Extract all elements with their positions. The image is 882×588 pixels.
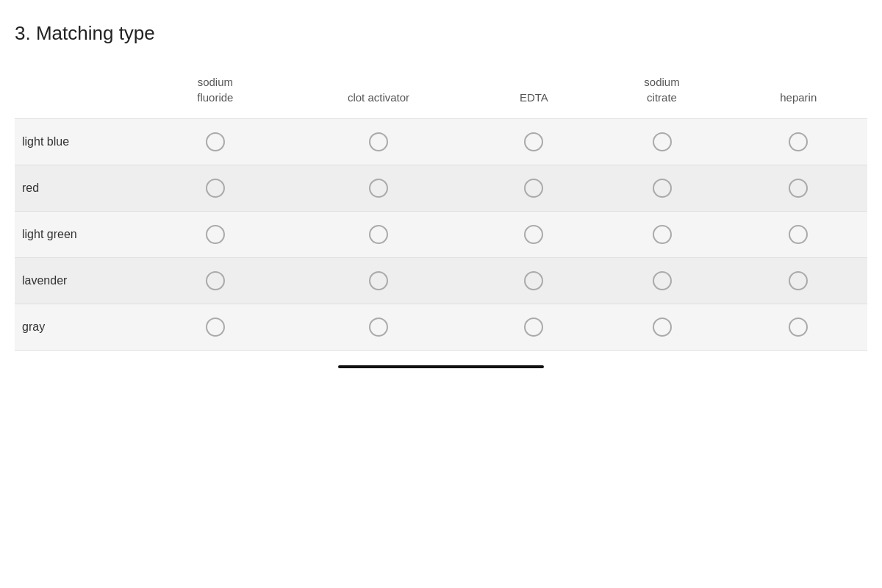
cell-red-sodium-citrate[interactable] [595,165,730,212]
radio-light-green-heparin[interactable] [789,225,808,244]
cell-gray-sodium-citrate[interactable] [595,304,730,351]
radio-light-blue-edta[interactable] [524,132,543,151]
table-row: gray [15,304,867,351]
cell-light-green-sodium-fluoride[interactable] [147,212,284,258]
col-header-heparin: heparin [730,67,868,119]
table-row: red [15,165,867,212]
radio-lavender-sodium-fluoride[interactable] [206,271,225,290]
matching-table: sodiumfluoride clot activator EDTA sodiu… [15,67,867,351]
table-header-row: sodiumfluoride clot activator EDTA sodiu… [15,67,867,119]
col-header-label [15,67,147,119]
radio-light-blue-sodium-citrate[interactable] [653,132,672,151]
table-row: light blue [15,119,867,165]
cell-gray-heparin[interactable] [730,304,868,351]
radio-light-green-clot-activator[interactable] [369,225,388,244]
cell-light-green-edta[interactable] [473,212,594,258]
radio-light-green-edta[interactable] [524,225,543,244]
col-header-clot-activator: clot activator [284,67,474,119]
radio-light-green-sodium-fluoride[interactable] [206,225,225,244]
radio-light-blue-sodium-fluoride[interactable] [206,132,225,151]
cell-gray-clot-activator[interactable] [284,304,474,351]
table-row: light green [15,212,867,258]
cell-light-green-sodium-citrate[interactable] [595,212,730,258]
cell-red-heparin[interactable] [730,165,868,212]
cell-gray-sodium-fluoride[interactable] [147,304,284,351]
radio-light-blue-heparin[interactable] [789,132,808,151]
row-label-gray: gray [15,304,147,351]
col-header-edta: EDTA [473,67,594,119]
radio-lavender-edta[interactable] [524,271,543,290]
col-header-sodium-citrate: sodiumcitrate [595,67,730,119]
cell-lavender-heparin[interactable] [730,258,868,304]
radio-red-sodium-fluoride[interactable] [206,179,225,198]
radio-gray-sodium-fluoride[interactable] [206,318,225,337]
radio-lavender-clot-activator[interactable] [369,271,388,290]
col-header-sodium-fluoride: sodiumfluoride [147,67,284,119]
cell-red-clot-activator[interactable] [284,165,474,212]
radio-red-edta[interactable] [524,179,543,198]
radio-gray-heparin[interactable] [789,318,808,337]
radio-light-blue-clot-activator[interactable] [369,132,388,151]
cell-light-blue-heparin[interactable] [730,119,868,165]
radio-gray-sodium-citrate[interactable] [653,318,672,337]
row-label-red: red [15,165,147,212]
cell-lavender-sodium-fluoride[interactable] [147,258,284,304]
radio-lavender-heparin[interactable] [789,271,808,290]
table-row: lavender [15,258,867,304]
cell-light-blue-clot-activator[interactable] [284,119,474,165]
cell-lavender-edta[interactable] [473,258,594,304]
radio-lavender-sodium-citrate[interactable] [653,271,672,290]
cell-lavender-sodium-citrate[interactable] [595,258,730,304]
radio-red-clot-activator[interactable] [369,179,388,198]
row-label-light-green: light green [15,212,147,258]
radio-gray-clot-activator[interactable] [369,318,388,337]
cell-light-green-clot-activator[interactable] [284,212,474,258]
page-title: 3. Matching type [15,22,867,45]
cell-light-blue-sodium-citrate[interactable] [595,119,730,165]
bottom-indicator-bar [338,365,544,368]
cell-red-edta[interactable] [473,165,594,212]
cell-red-sodium-fluoride[interactable] [147,165,284,212]
cell-lavender-clot-activator[interactable] [284,258,474,304]
radio-light-green-sodium-citrate[interactable] [653,225,672,244]
cell-gray-edta[interactable] [473,304,594,351]
cell-light-blue-sodium-fluoride[interactable] [147,119,284,165]
row-label-light-blue: light blue [15,119,147,165]
cell-light-green-heparin[interactable] [730,212,868,258]
radio-gray-edta[interactable] [524,318,543,337]
radio-red-heparin[interactable] [789,179,808,198]
row-label-lavender: lavender [15,258,147,304]
cell-light-blue-edta[interactable] [473,119,594,165]
radio-red-sodium-citrate[interactable] [653,179,672,198]
